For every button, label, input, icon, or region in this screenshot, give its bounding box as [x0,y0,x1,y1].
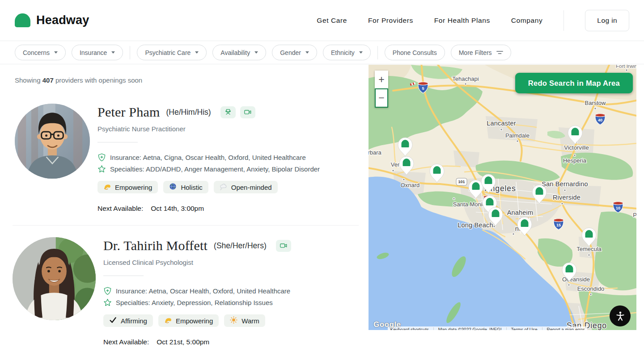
in-person-session-icon [220,106,236,118]
insurance-row: Insurance: Aetna, Cigna, Oscar Health, O… [97,153,320,162]
provider-avatar[interactable] [15,104,90,179]
insurance-values: Aetna, Cigna, Oscar Health, Oxford, Unit… [143,154,305,161]
map-label: Escondido [577,285,605,292]
terms-link[interactable]: Terms of Use [506,327,538,330]
video-session-icon [240,106,255,118]
map-label: Victorville [564,144,589,151]
zoom-out-button[interactable]: − [375,88,388,108]
provider-pronouns: (She/Her/Hers) [214,241,267,251]
filter-ethnicity[interactable]: Ethnicity [323,45,371,60]
zoom-in-button[interactable]: + [375,71,388,88]
results-suffix: providers with openings soon [55,76,142,84]
filter-divider [377,46,378,59]
chevron-down-icon [254,51,258,54]
next-available-value: Oct 14th, 3:00pm [151,205,204,213]
tag-empowering: Empowering [158,314,219,327]
nav-for-providers[interactable]: For Providers [368,17,413,25]
insurance-shield-icon [103,287,112,295]
provider-card-body: Dr. Tahirih Moffett (She/Her/Hers) Licen… [103,237,291,346]
provider-list: Showing 407 providers with openings soon [0,64,369,347]
chevron-down-icon [54,51,58,54]
chevron-down-icon [111,51,115,54]
tag-holistic: Holistic [163,181,208,193]
filter-concerns[interactable]: Concerns [15,45,66,60]
specialties-row: Specialties: Anxiety, Depression, Relati… [103,298,291,307]
headway-wordmark: Headway [36,13,89,27]
card-divider [97,142,138,142]
google-map[interactable]: 5401016051015Fort IrwinTehachapiBarstowL… [369,65,636,330]
next-available-label: Next Available: [103,338,149,346]
globe-icon [169,183,177,192]
chevron-down-icon [305,51,309,54]
chevron-down-icon [359,51,363,54]
results-number: 407 [42,76,54,84]
content: Showing 407 providers with openings soon [0,64,644,347]
filter-ethnicity-label: Ethnicity [331,49,355,56]
tag-affirming: Affirming [103,314,153,327]
provider-name[interactable]: Dr. Tahirih Moffett [103,238,208,253]
sun-icon [230,316,237,325]
specialties-star-icon [97,165,106,173]
results-prefix: Showing [15,76,41,84]
headway-logo-icon [15,13,30,27]
filter-phone-consults[interactable]: Phone Consults [385,45,445,60]
nav-divider [564,10,564,31]
filter-gender-label: Gender [280,49,301,56]
map-label: San Bernardino [542,180,588,188]
filter-phone-consults-label: Phone Consults [393,49,437,56]
tag-open-minded: Open-minded [214,181,278,193]
svg-text:40: 40 [598,118,602,122]
accessibility-button[interactable] [610,305,631,326]
nav-get-care[interactable]: Get Care [317,17,347,25]
checkmark-icon [109,316,117,325]
more-filters-button[interactable]: More Filters [451,45,511,60]
filter-divider [130,46,130,59]
provider-name[interactable]: Peter Pham [97,105,160,120]
specialties-values: Anxiety, Depression, Relationship Issues [152,299,273,306]
personality-tags: Affirming Empowering Warm [103,314,291,327]
session-badges [276,240,291,252]
filter-psychiatric-care[interactable]: Psychiatric Care [137,45,207,60]
insurance-label: Insurance: [110,154,141,161]
insurance-label: Insurance: [116,287,147,295]
provider-card-body: Peter Pham (He/Him/His) Psychiatric Nurs… [97,104,320,213]
provider-avatar[interactable] [13,237,96,320]
card-divider [103,276,144,276]
accessibility-person-icon [615,311,626,322]
redo-search-button[interactable]: Redo Search in Map Area [515,73,633,93]
map-label: Oxnard [401,182,420,188]
filter-insurance[interactable]: Insurance [72,45,123,60]
google-logo[interactable]: Google [373,320,401,329]
more-filters-label: More Filters [459,49,492,56]
headway-logo[interactable]: Headway [15,13,89,27]
filter-availability[interactable]: Availability [212,45,266,60]
map-label: Lancaster [487,120,516,127]
map-label: Barstow [585,100,606,106]
nav-company[interactable]: Company [511,17,543,25]
avatar-illustration-woman [13,237,96,320]
filter-bar: Concerns Insurance Psychiatric Care Avai… [0,41,644,64]
login-button[interactable]: Log in [585,10,629,31]
personality-tags: Empowering Holistic Open-minded [97,181,320,193]
svg-text:101: 101 [458,180,465,184]
filter-psychiatric-care-label: Psychiatric Care [145,49,191,56]
map-label: Palm Springs [633,212,636,218]
provider-title: Licensed Clinical Psychologist [103,259,291,266]
map-panel[interactable]: 5401016051015Fort IrwinTehachapiBarstowL… [369,65,636,330]
specialties-star-icon [103,298,112,307]
map-label: Hesperia [563,157,587,164]
filter-gender[interactable]: Gender [272,45,317,60]
provider-card: Peter Pham (He/Him/His) Psychiatric Nurs… [15,84,359,225]
report-error-link[interactable]: Report a map error [542,327,585,330]
session-badges [220,106,255,118]
map-attribution: Keyboard shortcuts Map data ©2022 Google… [388,326,587,330]
next-available-value: Oct 21st, 5:00pm [157,338,209,346]
filter-concerns-label: Concerns [23,49,50,56]
nav-for-health-plans[interactable]: For Health Plans [434,17,490,25]
svg-text:15: 15 [556,223,561,227]
results-count: Showing 407 providers with openings soon [15,76,369,84]
map-label: Temecula [576,246,602,252]
flex-arm-icon [103,183,111,192]
map-label: Anaheim [507,209,534,216]
filter-availability-label: Availability [220,49,250,56]
